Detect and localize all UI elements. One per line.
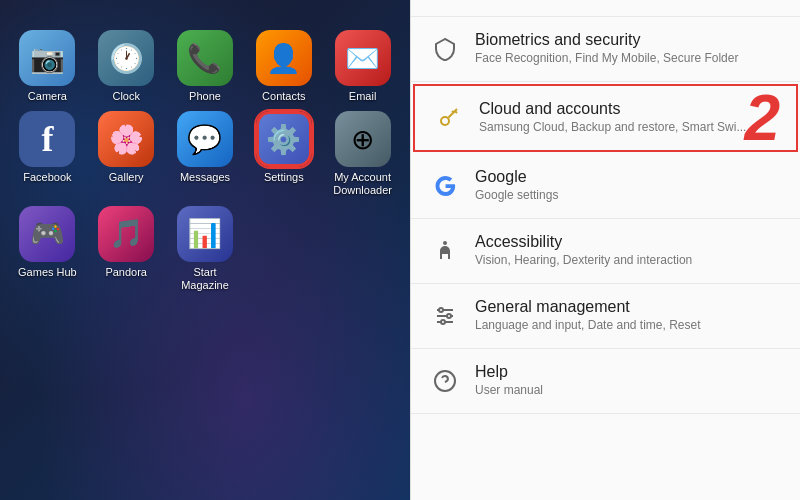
svg-point-5 [439, 308, 443, 312]
app-label-facebook: Facebook [23, 171, 71, 184]
settings-text-help: HelpUser manual [475, 363, 784, 399]
settings-subtitle-cloud: Samsung Cloud, Backup and restore, Smart… [479, 120, 780, 136]
settings-subtitle-accessibility: Vision, Hearing, Dexterity and interacti… [475, 253, 784, 269]
settings-title-cloud: Cloud and accounts [479, 100, 780, 118]
app-startmag[interactable]: 📊Start Magazine [170, 206, 241, 292]
settings-list: Biometrics and securityFace Recognition,… [411, 17, 800, 414]
settings-text-google: GoogleGoogle settings [475, 168, 784, 204]
settings-icon-accessibility [427, 233, 463, 269]
settings-icon-general [427, 298, 463, 334]
settings-text-biometrics: Biometrics and securityFace Recognition,… [475, 31, 784, 67]
app-icon-settings: ⚙️ [256, 111, 312, 167]
app-gameshub[interactable]: 🎮Games Hub [12, 206, 83, 292]
app-label-settings: Settings [264, 171, 304, 184]
svg-point-1 [443, 241, 447, 245]
settings-title-general: General management [475, 298, 784, 316]
app-label-myaccount: My Account Downloader [327, 171, 398, 197]
app-icon-gameshub: 🎮 [19, 206, 75, 262]
app-camera[interactable]: 📷Camera [12, 30, 83, 103]
app-facebook[interactable]: fFacebook [12, 111, 83, 197]
settings-item-general[interactable]: General managementLanguage and input, Da… [411, 284, 800, 349]
settings-title-biometrics: Biometrics and security [475, 31, 784, 49]
settings-title-help: Help [475, 363, 784, 381]
app-messages[interactable]: 💬Messages [170, 111, 241, 197]
app-label-contacts: Contacts [262, 90, 305, 103]
android-homescreen: 📷Camera🕐Clock📞Phone👤Contacts✉️EmailfFace… [0, 0, 410, 500]
app-phone[interactable]: 📞Phone [170, 30, 241, 103]
app-label-pandora: Pandora [105, 266, 147, 279]
app-gallery[interactable]: 🌸Gallery [91, 111, 162, 197]
app-label-startmag: Start Magazine [170, 266, 241, 292]
app-label-email: Email [349, 90, 377, 103]
settings-item-accessibility[interactable]: AccessibilityVision, Hearing, Dexterity … [411, 219, 800, 284]
app-label-gallery: Gallery [109, 171, 144, 184]
app-label-messages: Messages [180, 171, 230, 184]
settings-item-google[interactable]: GoogleGoogle settings [411, 154, 800, 219]
app-icon-pandora: 🎵 [98, 206, 154, 262]
settings-icon-cloud [431, 100, 467, 136]
step-number-2: 2 [744, 86, 780, 150]
app-icon-contacts: 👤 [256, 30, 312, 86]
svg-point-6 [447, 314, 451, 318]
settings-item-biometrics[interactable]: Biometrics and securityFace Recognition,… [411, 17, 800, 82]
settings-subtitle-general: Language and input, Date and time, Reset [475, 318, 784, 334]
app-icon-facebook: f [19, 111, 75, 167]
svg-point-7 [441, 320, 445, 324]
svg-point-0 [441, 117, 449, 125]
settings-item-cloud[interactable]: Cloud and accountsSamsung Cloud, Backup … [413, 84, 798, 152]
app-icon-gallery: 🌸 [98, 111, 154, 167]
app-icon-phone: 📞 [177, 30, 233, 86]
settings-subtitle-help: User manual [475, 383, 784, 399]
settings-title-accessibility: Accessibility [475, 233, 784, 251]
settings-title-google: Google [475, 168, 784, 186]
app-icon-clock: 🕐 [98, 30, 154, 86]
app-label-camera: Camera [28, 90, 67, 103]
app-grid: 📷Camera🕐Clock📞Phone👤Contacts✉️EmailfFace… [0, 0, 410, 304]
settings-text-general: General managementLanguage and input, Da… [475, 298, 784, 334]
settings-icon-help [427, 363, 463, 399]
app-icon-myaccount: ⊕ [335, 111, 391, 167]
app-pandora[interactable]: 🎵Pandora [91, 206, 162, 292]
app-icon-camera: 📷 [19, 30, 75, 86]
settings-subtitle-google: Google settings [475, 188, 784, 204]
app-icon-startmag: 📊 [177, 206, 233, 262]
app-email[interactable]: ✉️Email [327, 30, 398, 103]
settings-panel: Biometrics and securityFace Recognition,… [410, 0, 800, 500]
settings-subtitle-biometrics: Face Recognition, Find My Mobile, Secure… [475, 51, 784, 67]
partial-settings-item [411, 0, 800, 17]
app-label-phone: Phone [189, 90, 221, 103]
settings-icon-biometrics [427, 31, 463, 67]
settings-icon-google [427, 168, 463, 204]
settings-text-cloud: Cloud and accountsSamsung Cloud, Backup … [479, 100, 780, 136]
app-icon-messages: 💬 [177, 111, 233, 167]
app-label-clock: Clock [112, 90, 140, 103]
app-clock[interactable]: 🕐Clock [91, 30, 162, 103]
app-label-gameshub: Games Hub [18, 266, 77, 279]
settings-item-help[interactable]: HelpUser manual [411, 349, 800, 414]
app-settings[interactable]: ⚙️Settings [248, 111, 319, 197]
app-icon-email: ✉️ [335, 30, 391, 86]
app-myaccount[interactable]: ⊕My Account Downloader [327, 111, 398, 197]
app-contacts[interactable]: 👤Contacts [248, 30, 319, 103]
settings-text-accessibility: AccessibilityVision, Hearing, Dexterity … [475, 233, 784, 269]
